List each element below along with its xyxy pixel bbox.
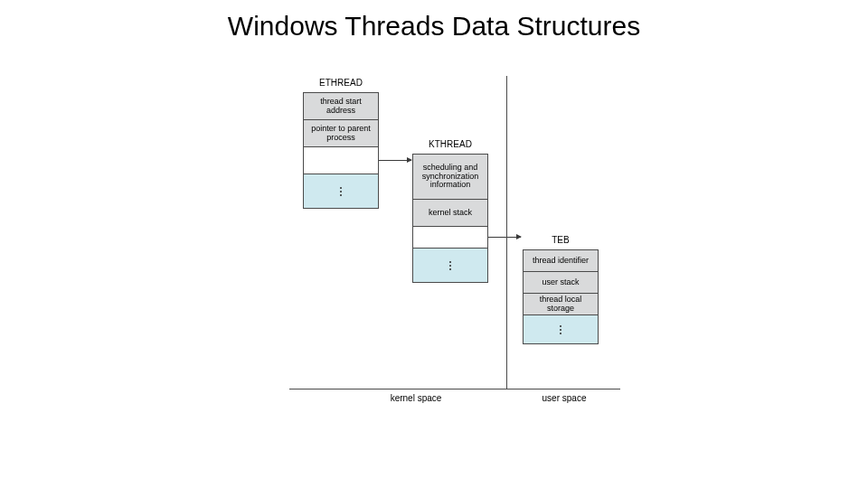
kernel-space-label: kernel space xyxy=(371,393,461,403)
ethread-column: thread start address pointer to parent p… xyxy=(303,92,379,209)
user-space-label: user space xyxy=(528,393,600,403)
kthread-ellipsis xyxy=(413,249,487,283)
ethread-kthread-slot xyxy=(304,147,378,174)
space-divider xyxy=(506,76,507,389)
teb-ellipsis xyxy=(524,315,598,344)
ethread-label: ETHREAD xyxy=(303,78,379,88)
space-baseline xyxy=(289,389,620,389)
arrow-kthread-to-teb xyxy=(488,237,521,238)
kthread-label: KTHREAD xyxy=(412,139,488,149)
ethread-ellipsis xyxy=(304,174,378,209)
ethread-start-address: thread start address xyxy=(304,93,378,120)
kthread-teb-slot xyxy=(413,227,487,249)
teb-label: TEB xyxy=(523,235,599,245)
kthread-sched-info: scheduling and synchronization informati… xyxy=(413,155,487,200)
slide-title: Windows Threads Data Structures xyxy=(0,11,868,42)
teb-tls: thread local storage xyxy=(524,294,598,315)
ethread-parent-pointer: pointer to parent process xyxy=(304,120,378,147)
kthread-kernel-stack: kernel stack xyxy=(413,200,487,227)
kthread-column: scheduling and synchronization informati… xyxy=(412,154,488,283)
teb-thread-id: thread identifier xyxy=(524,250,598,272)
teb-column: thread identifier user stack thread loca… xyxy=(523,249,599,344)
arrow-ethread-to-kthread xyxy=(379,160,411,161)
teb-user-stack: user stack xyxy=(524,272,598,294)
diagram: ETHREAD KTHREAD TEB thread start address… xyxy=(253,83,651,445)
